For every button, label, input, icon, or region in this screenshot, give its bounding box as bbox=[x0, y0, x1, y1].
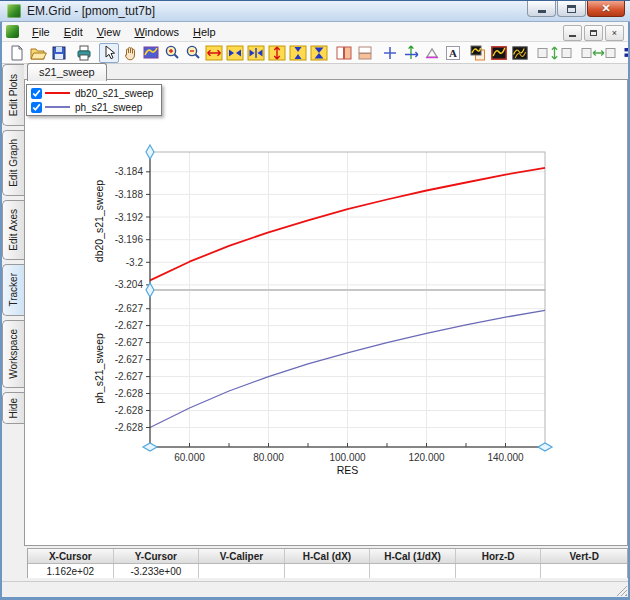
h-autoscale-icon[interactable] bbox=[579, 43, 618, 63]
print-icon[interactable] bbox=[74, 43, 94, 63]
h-cal-1dx-value bbox=[370, 564, 456, 578]
sidebar-tab-edit-axes[interactable]: Edit Axes bbox=[2, 200, 24, 260]
horz-d-value bbox=[456, 564, 542, 578]
legend-item-db20[interactable]: db20_s21_sweep bbox=[30, 86, 158, 100]
maximize-button[interactable] bbox=[557, 1, 586, 17]
sidebar-tab-label: Tracker bbox=[8, 273, 19, 307]
pointer-tool-icon[interactable] bbox=[99, 43, 119, 63]
h-cal-dx-value bbox=[285, 564, 371, 578]
menu-windows[interactable]: Windows bbox=[127, 24, 186, 40]
minimize-icon bbox=[538, 10, 546, 13]
pan-hand-icon[interactable] bbox=[120, 43, 140, 63]
y-cursor-value: -3.233e+00 bbox=[114, 564, 200, 578]
tracker-axes-icon[interactable] bbox=[401, 43, 421, 63]
v-autoscale-icon[interactable] bbox=[535, 43, 574, 63]
sidebar-tab-label: Edit Axes bbox=[8, 209, 19, 251]
cursor-readout-table: X-Cursor Y-Cursor V-Caliper H-Cal (dX) H… bbox=[27, 548, 628, 578]
tab-label: s21_sweep bbox=[39, 66, 95, 78]
text-annotation-icon[interactable]: A bbox=[443, 43, 463, 63]
mdi-minimize-button[interactable] bbox=[563, 25, 582, 41]
title-bar: EM.Grid - [pmom_tut7b] ✕ bbox=[0, 0, 630, 22]
tab-bar: s21_sweep bbox=[2, 62, 628, 80]
zoom-window-icon[interactable] bbox=[141, 43, 161, 63]
sidebar-tab-edit-graph[interactable]: Edit Graph bbox=[2, 130, 24, 196]
menu-help[interactable]: Help bbox=[186, 24, 223, 40]
mdi-restore-button[interactable] bbox=[584, 25, 603, 41]
window-controls: ✕ bbox=[526, 1, 625, 17]
menu-view[interactable]: View bbox=[90, 24, 128, 40]
close-icon: ✕ bbox=[601, 3, 610, 14]
mdi-window-controls: × bbox=[561, 25, 624, 41]
sidebar-tab-label: Edit Graph bbox=[8, 139, 19, 187]
caliper-icon[interactable] bbox=[422, 43, 442, 63]
sidebar-tab-label: Workspace bbox=[8, 329, 19, 379]
sidebar-tab-edit-plots[interactable]: Edit Plots bbox=[2, 64, 24, 126]
app-window: EM.Grid - [pmom_tut7b] ✕ File Edit View … bbox=[0, 0, 630, 600]
sidebar-tab-tracker[interactable]: Tracker bbox=[2, 264, 24, 316]
sidebar-tab-workspace[interactable]: Workspace bbox=[2, 320, 24, 388]
legend: db20_s21_sweep ph_s21_sweep bbox=[26, 84, 162, 116]
x-cursor-value: 1.162e+02 bbox=[28, 564, 114, 578]
v-compress-icon[interactable] bbox=[288, 43, 308, 63]
legend-line-sample-db20 bbox=[45, 92, 70, 94]
legend-checkbox-ph[interactable] bbox=[31, 102, 42, 113]
cursor-table-header-row: X-Cursor Y-Cursor V-Caliper H-Cal (dX) H… bbox=[28, 549, 627, 564]
v-expand-icon[interactable] bbox=[267, 43, 287, 63]
legend-checkbox-db20[interactable] bbox=[31, 88, 42, 99]
menu-bar: File Edit View Windows Help × bbox=[2, 22, 628, 42]
h-compress-icon[interactable] bbox=[225, 43, 245, 63]
col-horz-d: Horz-D bbox=[456, 549, 542, 563]
new-document-icon[interactable] bbox=[7, 43, 27, 63]
col-v-caliper: V-Caliper bbox=[199, 549, 285, 563]
cross-cursor-icon[interactable] bbox=[380, 43, 400, 63]
document-logo-icon bbox=[6, 25, 19, 38]
col-vert-d: Vert-D bbox=[541, 549, 627, 563]
mdi-restore-icon bbox=[590, 30, 597, 36]
cursor-table-value-row: 1.162e+02 -3.233e+00 bbox=[28, 564, 627, 578]
v-caliper-value bbox=[199, 564, 285, 578]
toolbar: ALayout bbox=[2, 42, 628, 64]
open-folder-icon[interactable] bbox=[28, 43, 48, 63]
resize-grip[interactable] bbox=[616, 585, 627, 596]
legend-item-ph[interactable]: ph_s21_sweep bbox=[30, 100, 158, 114]
mdi-minimize-icon bbox=[569, 35, 576, 37]
menu-file[interactable]: File bbox=[25, 24, 57, 40]
sidebar-tab-label: Hide bbox=[8, 398, 19, 419]
maximize-icon bbox=[567, 5, 576, 13]
app-logo-icon bbox=[7, 4, 21, 18]
split-vertical-icon[interactable] bbox=[334, 43, 354, 63]
legend-line-sample-ph bbox=[45, 106, 70, 108]
sidebar-tab-label: Edit Plots bbox=[8, 74, 19, 116]
col-h-cal-dx: H-Cal (dX) bbox=[285, 549, 371, 563]
close-button[interactable]: ✕ bbox=[587, 1, 625, 17]
col-y-cursor: Y-Cursor bbox=[114, 549, 200, 563]
legend-label: db20_s21_sweep bbox=[75, 88, 153, 99]
menu-edit[interactable]: Edit bbox=[57, 24, 90, 40]
save-icon[interactable] bbox=[49, 43, 69, 63]
svg-text:A: A bbox=[449, 47, 457, 59]
multi-plot-icon[interactable] bbox=[510, 43, 530, 63]
minimize-button[interactable] bbox=[527, 1, 556, 17]
layout-icon[interactable]: Layout bbox=[623, 43, 628, 63]
tab-s21-sweep[interactable]: s21_sweep bbox=[27, 63, 107, 81]
status-bar bbox=[2, 581, 628, 597]
h-expand-icon[interactable] bbox=[204, 43, 224, 63]
col-x-cursor: X-Cursor bbox=[28, 549, 114, 563]
sidebar-tab-hide[interactable]: Hide bbox=[2, 392, 24, 424]
v-fit-icon[interactable] bbox=[309, 43, 329, 63]
split-horizontal-icon[interactable] bbox=[355, 43, 375, 63]
vert-d-value bbox=[541, 564, 627, 578]
h-fit-icon[interactable] bbox=[246, 43, 266, 63]
zoom-out-icon[interactable] bbox=[183, 43, 203, 63]
legend-label: ph_s21_sweep bbox=[75, 102, 142, 113]
mdi-close-button[interactable]: × bbox=[605, 25, 624, 41]
copy-plot-icon[interactable] bbox=[468, 43, 488, 63]
plot-style-icon[interactable] bbox=[489, 43, 509, 63]
window-title: EM.Grid - [pmom_tut7b] bbox=[27, 4, 155, 18]
plot-panel bbox=[24, 79, 628, 546]
col-h-cal-1dx: H-Cal (1/dX) bbox=[370, 549, 456, 563]
zoom-in-icon[interactable] bbox=[162, 43, 182, 63]
